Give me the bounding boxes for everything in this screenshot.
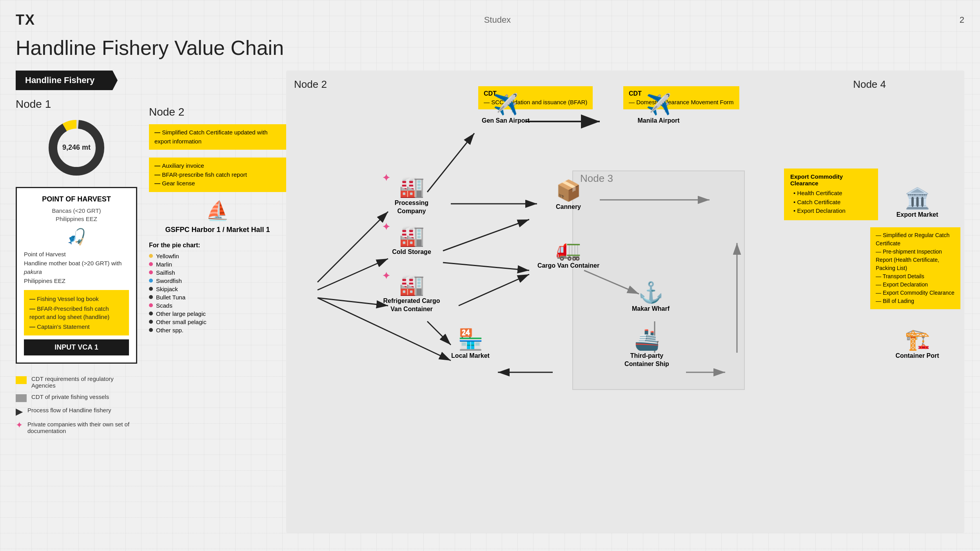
export-market-item: 🏛️ Export Market bbox=[882, 188, 953, 219]
pie-label-4: Skipjack bbox=[156, 286, 178, 292]
node2-docs: Auxiliary invoice BFAR-prescribe fish ca… bbox=[149, 158, 286, 192]
legend-arrow-text: Process flow of Handline fishery bbox=[27, 407, 111, 413]
harvest-box: POINT OF HARVEST Bancas (<20 GRT) Philip… bbox=[16, 187, 137, 364]
simplified-doc-4: Export Declaration bbox=[876, 281, 955, 289]
right-doc-1: Health Certificate bbox=[793, 189, 872, 198]
cannery-label: Refrigerated Cargo Van Container bbox=[380, 297, 443, 314]
harvest-desc2: pakura bbox=[24, 268, 42, 275]
airport1-icon: ✈️ bbox=[474, 94, 537, 114]
refrigerated-item: 📦 Cannery bbox=[529, 180, 608, 211]
harvest-label: Point of Harvest bbox=[24, 251, 66, 257]
pie-label-9: Other spp. bbox=[156, 327, 183, 334]
flow-node2-label: Node 2 bbox=[294, 78, 327, 91]
harvest-line2: Philippines EEZ bbox=[56, 216, 97, 222]
processing-label: Processing Company bbox=[380, 199, 443, 216]
cold-storage-star: ✦ bbox=[382, 221, 390, 232]
cold-storage-item: 🏭 ✦ Cold Storage bbox=[380, 225, 443, 256]
legend-star-text: Private companies with their own set of … bbox=[27, 421, 137, 434]
harvest-icon: 🎣 bbox=[24, 228, 129, 246]
donut-value: 9,246 mt bbox=[62, 143, 91, 151]
pie-item-0: Yellowfin bbox=[149, 252, 286, 260]
legend-yellow-box bbox=[16, 376, 27, 384]
simplified-docs: Simplified or Regular Catch Certificate … bbox=[870, 227, 960, 309]
svg-line-21 bbox=[459, 274, 529, 306]
cannery-item: 🏭 ✦ Refrigerated Cargo Van Container bbox=[380, 274, 443, 314]
makar-wharf-item: ⚓ Makar Wharf bbox=[623, 282, 678, 313]
pie-label-0: Yellowfin bbox=[156, 253, 179, 259]
pie-dot-9 bbox=[149, 328, 153, 332]
harvest-line1: Bancas (<20 GRT) bbox=[52, 207, 101, 214]
node2-doc-bfar: BFAR-prescribe fish catch report bbox=[154, 170, 281, 179]
harvest-desc3: Philippines EEZ bbox=[24, 277, 65, 284]
doc-item-2: BFAR-Prescribed fish catch report and lo… bbox=[29, 304, 123, 322]
header-center: Studex bbox=[484, 15, 511, 25]
right-top-docs: Export Commodity Clearance Health Certif… bbox=[784, 169, 878, 220]
node2-panel: Node 2 Simplified Catch Certificate upda… bbox=[137, 71, 286, 533]
makar-wharf-label: Makar Wharf bbox=[623, 305, 678, 313]
input-vca-button: INPUT VCA 1 bbox=[24, 339, 129, 355]
pie-dot-4 bbox=[149, 287, 153, 291]
harvest-desc1: Handline mother boat (>20 GRT) with bbox=[24, 260, 122, 266]
processing-item: 🏭 ✦ Processing Company bbox=[380, 176, 443, 216]
local-market-item: 🏪 Local Market bbox=[439, 329, 502, 360]
logo: TX bbox=[16, 12, 35, 28]
simplified-doc-3: Transport Details bbox=[876, 272, 955, 281]
pie-label-8: Other small pelagic bbox=[156, 319, 206, 325]
third-party-item: 🚢 Third-partyContainer Ship bbox=[608, 329, 686, 368]
svg-line-5 bbox=[318, 212, 388, 282]
main-content: Handline Fishery Node 1 9,246 mt POINT O… bbox=[16, 71, 964, 533]
container-port-item: 🏗️ Container Port bbox=[882, 329, 953, 360]
processing-star: ✦ bbox=[382, 172, 390, 183]
svg-line-11 bbox=[443, 219, 529, 251]
pie-chart-section: For the pie chart: Yellowfin Marlin Sail… bbox=[149, 242, 286, 334]
pie-label-3: Swordfish bbox=[156, 277, 182, 284]
pie-dot-8 bbox=[149, 320, 153, 324]
refrigerated-icon: 📦 bbox=[529, 180, 608, 201]
pie-label-7: Other large pelagic bbox=[156, 310, 206, 317]
legend-item-yellow: CDT requirements of regulatory Agencies bbox=[16, 375, 137, 389]
node2-label: Node 2 bbox=[149, 106, 286, 118]
cold-storage-label: Cold Storage bbox=[380, 248, 443, 256]
container-port-label: Container Port bbox=[882, 352, 953, 360]
pie-dot-7 bbox=[149, 312, 153, 315]
pie-item-3: Swordfish bbox=[149, 277, 286, 285]
harvest-title: POINT OF HARVEST bbox=[24, 195, 129, 203]
doc-item-3: Captain's Statement bbox=[29, 322, 123, 332]
harbor-label: GSFPC Harbor 1 / Market Hall 1 bbox=[149, 226, 286, 234]
page-title: Handline Fishery Value Chain bbox=[16, 36, 964, 60]
pie-title: For the pie chart: bbox=[149, 242, 286, 249]
legend-gray-text: CDT of private fishing vessels bbox=[31, 393, 109, 400]
pie-dot-1 bbox=[149, 262, 153, 266]
container-port-icon: 🏗️ bbox=[882, 329, 953, 350]
node2-top-doc-1: Simplified Catch Certificate updated wit… bbox=[154, 128, 281, 146]
right-doc-2: Catch Certificate bbox=[793, 198, 872, 207]
local-market-label: Local Market bbox=[439, 352, 502, 360]
legend-item-gray: CDT of private fishing vessels bbox=[16, 393, 137, 402]
svg-line-6 bbox=[318, 259, 388, 290]
pie-item-9: Other spp. bbox=[149, 326, 286, 334]
simplified-doc-1: Simplified or Regular Catch Certificate bbox=[876, 231, 955, 248]
third-party-label: Third-partyContainer Ship bbox=[608, 352, 686, 368]
node2-doc-aux: Auxiliary invoice bbox=[154, 161, 281, 170]
cannery-star: ✦ bbox=[382, 270, 390, 281]
right-docs-title: Export Commodity Clearance bbox=[790, 173, 872, 187]
flow-node4-label: Node 4 bbox=[853, 78, 886, 91]
airport2-label: Manila Airport bbox=[627, 117, 690, 125]
pie-dot-2 bbox=[149, 270, 153, 274]
pie-item-7: Other large pelagic bbox=[149, 310, 286, 318]
legend-arrow-icon: ▶ bbox=[16, 407, 23, 416]
makar-wharf-icon: ⚓ bbox=[623, 282, 678, 303]
cargo-van-item: 🚛 Cargo Van Container bbox=[533, 239, 604, 270]
pie-list: Yellowfin Marlin Sailfish Swordfish bbox=[149, 252, 286, 334]
page-number: 2 bbox=[960, 15, 964, 25]
third-party-icon: 🚢 bbox=[608, 329, 686, 350]
pie-item-2: Sailfish bbox=[149, 268, 286, 277]
export-market-icon: 🏛️ bbox=[882, 188, 953, 208]
pie-label-1: Marlin bbox=[156, 261, 172, 268]
simplified-doc-5: Export Commodity Clearance bbox=[876, 289, 955, 297]
airport2-icon: ✈️ bbox=[627, 94, 690, 114]
manila-airport-item: ✈️ Manila Airport bbox=[627, 94, 690, 125]
airport1-label: Gen San Airport bbox=[474, 117, 537, 125]
harvest-sub1: Bancas (<20 GRT) Philippines EEZ bbox=[24, 207, 129, 223]
legend-yellow-text: CDT requirements of regulatory Agencies bbox=[31, 375, 137, 389]
